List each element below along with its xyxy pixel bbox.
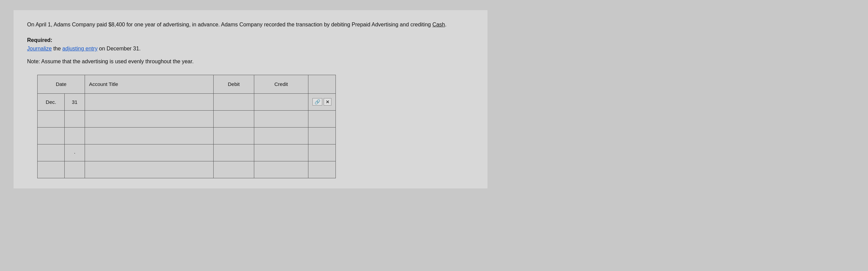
cell-day-4: · — [65, 144, 85, 161]
cell-credit-3[interactable] — [254, 127, 308, 144]
debit-input-5[interactable] — [218, 167, 250, 173]
debit-input-3[interactable] — [218, 133, 250, 139]
required-section: Required: Journalize the adjusting entry… — [27, 36, 474, 53]
cell-month-1: Dec. — [38, 93, 65, 110]
cell-month-3 — [38, 127, 65, 144]
cell-account-4[interactable] — [85, 144, 214, 161]
header-actions — [308, 75, 336, 93]
header-credit: Credit — [254, 75, 308, 93]
credit-input-4[interactable] — [258, 150, 304, 156]
table-row: Dec. 31 🔗 ✕ — [38, 93, 336, 110]
cell-credit-4[interactable] — [254, 144, 308, 161]
account-input-2[interactable] — [89, 116, 209, 122]
cell-debit-3[interactable] — [214, 127, 254, 144]
add-row-button[interactable]: 🔗 — [312, 98, 322, 106]
cell-day-3 — [65, 127, 85, 144]
account-input-1[interactable] — [89, 99, 209, 105]
credit-input-2[interactable] — [258, 116, 304, 122]
cell-day-1: 31 — [65, 93, 85, 110]
action-cell-1: 🔗 ✕ — [312, 98, 331, 106]
cell-credit-2[interactable] — [254, 110, 308, 127]
cell-debit-2[interactable] — [214, 110, 254, 127]
credit-input-3[interactable] — [258, 133, 304, 139]
cell-account-3[interactable] — [85, 127, 214, 144]
cell-account-2[interactable] — [85, 110, 214, 127]
cell-debit-5[interactable] — [214, 161, 254, 178]
table-row — [38, 110, 336, 127]
required-label: Required: — [27, 37, 52, 43]
required-mid: the — [52, 46, 62, 51]
account-input-4[interactable] — [89, 150, 209, 156]
account-input-3[interactable] — [89, 133, 209, 139]
table-row — [38, 127, 336, 144]
cell-day-2 — [65, 110, 85, 127]
journal-table-container: Date Account Title Debit Credit Dec. 31 — [37, 75, 474, 178]
note-text: Note: Assume that the advertising is use… — [27, 59, 474, 65]
cash-underline: Cash — [432, 22, 445, 27]
required-post: on December 31. — [97, 46, 140, 51]
header-date: Date — [38, 75, 85, 93]
credit-input-1[interactable] — [258, 99, 304, 105]
cell-month-5 — [38, 161, 65, 178]
cell-debit-1[interactable] — [214, 93, 254, 110]
journal-table: Date Account Title Debit Credit Dec. 31 — [37, 75, 336, 178]
adjusting-entry-link[interactable]: adjusting entry — [62, 46, 97, 51]
table-row: · — [38, 144, 336, 161]
header-debit: Debit — [214, 75, 254, 93]
cell-debit-4[interactable] — [214, 144, 254, 161]
required-text: Required: Journalize the adjusting entry… — [27, 36, 474, 53]
remove-row-button[interactable]: ✕ — [324, 98, 331, 106]
cell-month-4 — [38, 144, 65, 161]
cell-actions-2 — [308, 110, 336, 127]
cell-account-5[interactable] — [85, 161, 214, 178]
cell-credit-1[interactable] — [254, 93, 308, 110]
table-row — [38, 161, 336, 178]
content-area: On April 1, Adams Company paid $8,400 fo… — [14, 10, 487, 188]
cell-account-1[interactable] — [85, 93, 214, 110]
journalize-link[interactable]: Journalize — [27, 46, 52, 51]
cell-month-2 — [38, 110, 65, 127]
cell-actions-1: 🔗 ✕ — [308, 93, 336, 110]
cell-actions-3 — [308, 127, 336, 144]
debit-input-4[interactable] — [218, 150, 250, 156]
table-header-row: Date Account Title Debit Credit — [38, 75, 336, 93]
debit-input-1[interactable] — [218, 99, 250, 105]
cell-actions-4 — [308, 144, 336, 161]
debit-input-2[interactable] — [218, 116, 250, 122]
cell-credit-5[interactable] — [254, 161, 308, 178]
add-icon: 🔗 — [314, 99, 320, 105]
cell-actions-5 — [308, 161, 336, 178]
credit-input-5[interactable] — [258, 167, 304, 173]
account-input-5[interactable] — [89, 167, 209, 173]
header-account-title: Account Title — [85, 75, 214, 93]
cell-day-5 — [65, 161, 85, 178]
intro-paragraph: On April 1, Adams Company paid $8,400 fo… — [27, 20, 474, 29]
remove-icon: ✕ — [326, 99, 329, 105]
